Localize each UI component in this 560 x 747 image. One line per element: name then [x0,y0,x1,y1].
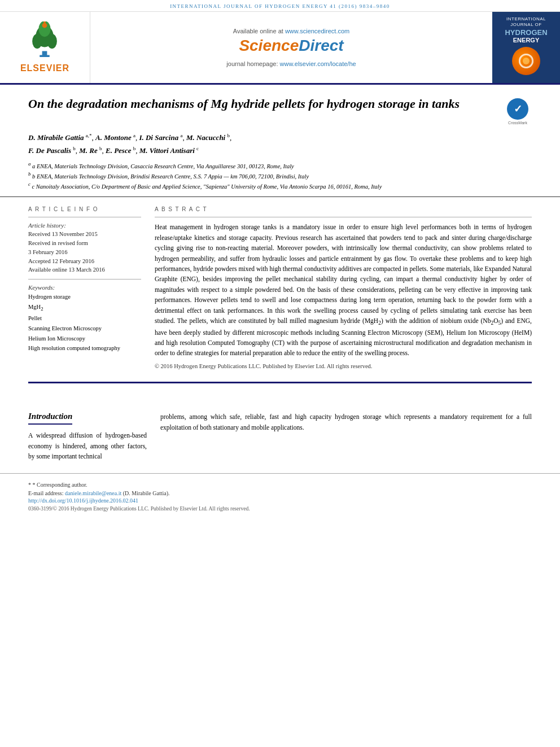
author-gattia-sup: a,* [86,133,92,138]
crossmark-icon: ✓ [507,98,528,120]
svg-point-9 [523,58,530,64]
info-divider-top [28,217,141,217]
author-gattia: D. Mirabile Gattia [28,134,84,142]
footnote-email-label: E-mail address: [28,490,65,496]
author-disarcina: I. Di Sarcina [139,134,178,142]
history-label: Article history: [28,222,141,229]
journal-header: ELSEVIER Available online at www.science… [0,12,560,85]
authors-line: D. Mirabile Gattia a,*, A. Montone a, I.… [28,132,532,156]
footnote-email-person: (D. Mirabile Gattia). [123,490,170,496]
journal-badge-section: International Journal of HYDROGEN ENERGY [492,12,560,83]
affil-a-sup: a [28,161,30,167]
issn-line: 0360-3199/© 2016 Hydrogen Energy Publica… [28,506,532,512]
elsevier-tree-icon [25,21,64,61]
intro-right-column: problems, among which safe, reliable, fa… [160,412,532,461]
journal-homepage-text: journal homepage: www.elsevier.com/locat… [226,60,356,67]
author-antisari-sup: c [196,146,199,151]
received-date: Received 13 November 2015 [28,230,141,239]
accepted-date: Accepted 12 February 2016 [28,257,141,266]
elsevier-logo-section: ELSEVIER [0,12,90,83]
doi-link[interactable]: http://dx.doi.org/10.1016/j.ijhydene.201… [28,497,138,504]
available-date: Available online 13 March 2016 [28,265,141,274]
author-pesce: E. Pesce [106,146,131,155]
intro-left-text: A widespread diffusion of hydrogen-based… [28,430,147,461]
affiliation-c: c c Nanoitaly Association, C/o Departmen… [28,181,532,191]
author-re: M. Re [79,146,98,155]
affiliation-a: a a ENEA, Materials Technology Division,… [28,160,532,171]
keyword-4: Scanning Electron Microscopy [28,324,141,334]
available-text: Available online at www.sciencedirect.co… [233,28,349,34]
footnote-star: * [28,482,33,488]
abstract-text: Heat management in hydrogen storage tank… [155,222,532,358]
svg-point-4 [47,34,58,49]
doi-line[interactable]: http://dx.doi.org/10.1016/j.ijhydene.201… [28,497,532,504]
gap-spacer [0,383,560,400]
sciencedirect-section: Available online at www.sciencedirect.co… [90,12,492,83]
energy-orb-icon [518,53,535,69]
author-nacucchi: M. Nacucchi [186,134,225,142]
affil-b-sup: b [28,171,30,177]
keyword-3: Pellet [28,313,141,324]
keywords-label: Keywords: [28,284,141,291]
abstract-column: A B S T R A C T Heat management in hydro… [155,206,532,370]
keyword-6: High resolution computed tomography [28,343,141,353]
introduction-title: Introduction [28,412,72,425]
journal-badge-title: International Journal of [497,16,555,28]
intro-right-text: problems, among which safe, reliable, fa… [160,412,532,433]
keyword-2: MgH2 [28,302,141,313]
affil-c-sup: c [28,181,30,187]
author-depascalis-sup: b [73,146,76,151]
svg-rect-7 [44,21,46,24]
journal-badge: International Journal of HYDROGEN ENERGY [497,16,555,78]
footnote-corresponding: * * Corresponding author. E-mail address… [28,480,532,497]
author-montone: A. Montone [95,134,132,142]
journal-badge-name: HYDROGEN [497,28,555,37]
affil-a-text: a ENEA, Materials Technology Division, C… [32,163,294,169]
svg-rect-1 [40,55,50,58]
affil-b-text: b ENEA, Materials Technology Division, B… [32,173,309,179]
crossmark-badge[interactable]: ✓ CrossMark [504,98,532,125]
keyword-5: Helium Ion Microscopy [28,334,141,344]
article-title-section: On the degradation mechanisms of Mg hydr… [0,85,560,197]
intro-left-column: Introduction A widespread diffusion of h… [28,412,147,461]
info-divider-mid [28,279,141,279]
article-title-row: On the degradation mechanisms of Mg hydr… [28,96,532,125]
sciencedirect-logo: ScienceDirect [239,37,343,55]
main-content-section: A R T I C L E I N F O Article history: R… [0,197,560,382]
elsevier-brand-text: ELSEVIER [20,63,69,73]
received-revised: Received in revised form3 February 2016 [28,239,141,257]
author-pesce-sup: b [133,146,136,151]
author-nacucchi-sup: b [227,133,230,138]
author-re-sup: b [99,146,102,151]
introduction-section: Introduction A widespread diffusion of h… [0,400,560,467]
journal-badge-icon [512,47,540,75]
affiliations-section: a a ENEA, Materials Technology Division,… [28,160,532,191]
author-antisari: M. Vittori Antisari [139,146,195,155]
svg-point-3 [33,34,43,49]
author-montone-sup: a [133,133,135,138]
journal-citation: International Journal of Hydrogen Energy… [170,3,390,9]
footer-section: * * Corresponding author. E-mail address… [0,473,560,516]
abstract-divider [155,217,532,217]
footnote-email-link[interactable]: daniele.mirabile@enea.it [65,490,121,496]
journal-homepage-link[interactable]: www.elsevier.com/locate/he [280,60,356,67]
author-depascalis: F. De Pascalis [28,146,71,155]
article-title: On the degradation mechanisms of Mg hydr… [28,96,504,112]
article-info-label: A R T I C L E I N F O [28,206,141,212]
journal-citation-bar: International Journal of Hydrogen Energy… [0,0,560,12]
affil-c-text: c Nanoitaly Association, C/o Department … [32,184,382,190]
footnote-corresponding-label: * Corresponding author. [33,482,88,488]
copyright-line: © 2016 Hydrogen Energy Publications LLC.… [155,362,532,371]
article-info-column: A R T I C L E I N F O Article history: R… [28,206,141,370]
keywords-list: Hydrogen storage MgH2 Pellet Scanning El… [28,292,141,353]
sciencedirect-link[interactable]: www.sciencedirect.com [285,28,349,34]
keyword-1: Hydrogen storage [28,292,141,302]
svg-point-8 [519,54,533,68]
journal-badge-name2: ENERGY [497,37,555,43]
author-disarcina-sup: a [180,133,182,138]
affiliation-b: b b ENEA, Materials Technology Division,… [28,171,532,181]
crossmark-label: CrossMark [508,121,527,125]
abstract-label: A B S T R A C T [155,206,532,212]
elsevier-logo: ELSEVIER [20,21,69,73]
